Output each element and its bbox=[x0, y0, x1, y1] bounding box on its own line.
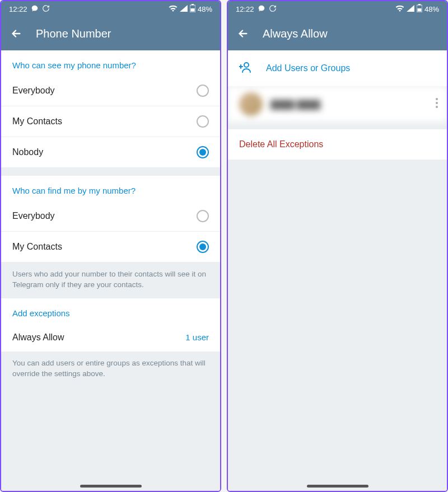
svg-point-9 bbox=[436, 106, 438, 108]
svg-rect-1 bbox=[192, 4, 194, 5]
phone-screen-right: 12:22 48% Always Allow bbox=[227, 0, 448, 492]
sync-icon bbox=[269, 4, 277, 14]
chat-icon bbox=[31, 4, 39, 14]
svg-rect-2 bbox=[190, 8, 194, 12]
help-text-exceptions: You can add users or entire groups as ex… bbox=[1, 352, 220, 387]
radio-find-everybody[interactable]: Everybody bbox=[1, 201, 220, 232]
content-area: Add Users or Groups ████ ████ Delete All… bbox=[228, 50, 447, 491]
back-icon[interactable] bbox=[237, 27, 249, 40]
radio-nobody[interactable]: Nobody bbox=[1, 137, 220, 168]
radio-label: Everybody bbox=[12, 211, 55, 221]
radio-label: My Contacts bbox=[12, 116, 62, 126]
add-users-row[interactable]: Add Users or Groups bbox=[228, 50, 447, 86]
svg-rect-4 bbox=[418, 4, 421, 5]
appbar: Phone Number bbox=[1, 17, 220, 50]
help-text-findme: Users who add your number to their conta… bbox=[1, 263, 220, 298]
row-value: 1 user bbox=[185, 332, 209, 342]
user-list-item[interactable]: ████ ████ bbox=[228, 86, 447, 121]
section-header-findme: Who can find me by my number? bbox=[1, 176, 220, 201]
status-time: 12:22 bbox=[9, 5, 27, 13]
back-icon[interactable] bbox=[10, 27, 22, 40]
always-allow-row[interactable]: Always Allow 1 user bbox=[1, 324, 220, 352]
svg-rect-5 bbox=[417, 8, 421, 12]
radio-icon-selected bbox=[197, 146, 209, 158]
chat-icon bbox=[258, 4, 265, 14]
page-title: Phone Number bbox=[36, 27, 111, 40]
status-time: 12:22 bbox=[236, 5, 254, 13]
radio-icon bbox=[197, 210, 209, 222]
appbar: Always Allow bbox=[228, 17, 447, 50]
battery-icon bbox=[190, 4, 195, 14]
radio-icon bbox=[197, 85, 209, 97]
wifi-icon bbox=[169, 5, 178, 13]
radio-everybody[interactable]: Everybody bbox=[1, 76, 220, 106]
add-users-label: Add Users or Groups bbox=[266, 63, 350, 73]
home-indicator[interactable] bbox=[307, 485, 368, 488]
battery-icon bbox=[417, 4, 422, 14]
avatar bbox=[239, 92, 263, 116]
radio-label: Nobody bbox=[12, 147, 43, 157]
section-header-visibility: Who can see my phone number? bbox=[1, 50, 220, 76]
home-indicator[interactable] bbox=[80, 485, 142, 488]
status-bar: 12:22 48% bbox=[228, 1, 447, 17]
sync-icon bbox=[42, 4, 50, 14]
radio-icon-selected bbox=[197, 241, 209, 253]
section-header-exceptions: Add exceptions bbox=[1, 298, 220, 324]
user-name-blurred: ████ ████ bbox=[270, 100, 436, 109]
delete-exceptions-row[interactable]: Delete All Exceptions bbox=[228, 129, 447, 160]
status-battery-pct: 48% bbox=[424, 5, 439, 13]
phone-screen-left: 12:22 48% Phone Number Who bbox=[0, 0, 221, 492]
content-area: Who can see my phone number? Everybody M… bbox=[1, 50, 220, 491]
svg-point-6 bbox=[244, 63, 249, 67]
radio-icon bbox=[197, 115, 209, 128]
status-battery-pct: 48% bbox=[198, 5, 212, 13]
delete-label: Delete All Exceptions bbox=[239, 139, 323, 149]
radio-my-contacts[interactable]: My Contacts bbox=[1, 106, 220, 137]
row-label: Always Allow bbox=[12, 332, 64, 343]
wifi-icon bbox=[395, 5, 404, 13]
radio-find-mycontacts[interactable]: My Contacts bbox=[1, 232, 220, 263]
signal-icon bbox=[180, 5, 188, 13]
radio-label: Everybody bbox=[12, 86, 55, 96]
status-bar: 12:22 48% bbox=[1, 1, 220, 17]
signal-icon bbox=[407, 5, 414, 13]
svg-point-8 bbox=[436, 102, 438, 104]
radio-label: My Contacts bbox=[12, 242, 62, 252]
svg-point-7 bbox=[436, 98, 438, 100]
more-icon[interactable] bbox=[436, 98, 438, 110]
page-title: Always Allow bbox=[263, 27, 328, 40]
add-user-icon bbox=[239, 60, 253, 76]
